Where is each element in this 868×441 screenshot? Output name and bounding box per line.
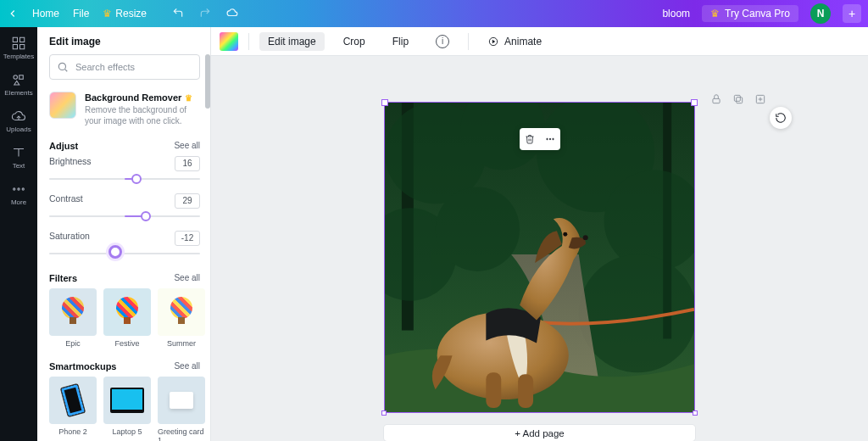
redo-button[interactable] [199, 7, 211, 21]
crown-icon: ♛ [185, 92, 192, 104]
smartmockups-heading: Smartmockups [49, 361, 116, 371]
svg-point-8 [22, 188, 24, 190]
rail-more[interactable]: More [11, 181, 26, 206]
elements-icon [11, 72, 26, 87]
info-button[interactable]: i [427, 31, 458, 52]
duplicate-page-button[interactable] [732, 93, 744, 109]
animate-icon [487, 36, 499, 47]
smartmockups-section: Smartmockups See all Phone 2 Laptop 5 [49, 361, 200, 441]
panel-scrollbar[interactable] [205, 54, 210, 441]
brightness-label: Brightness [49, 156, 92, 171]
crown-icon: ♛ [103, 8, 112, 20]
filters-heading: Filters [49, 273, 77, 283]
adjust-heading: Adjust [49, 141, 78, 151]
mockup-phone[interactable]: Phone 2 [49, 377, 97, 441]
canvas-area[interactable]: + Add page [211, 56, 868, 441]
svg-line-10 [65, 70, 68, 72]
svg-rect-14 [737, 98, 743, 103]
selected-image[interactable] [384, 102, 695, 413]
svg-point-6 [14, 188, 15, 190]
more-icon [11, 181, 26, 197]
saturation-label: Saturation [49, 231, 90, 246]
rail-text[interactable]: Text [11, 145, 26, 170]
panel-title: Edit image [37, 27, 210, 54]
rail-templates[interactable]: Templates [3, 36, 34, 60]
animate-button[interactable]: Animate [479, 32, 550, 51]
saturation-row: Saturation -12 [49, 231, 200, 260]
undo-button[interactable] [172, 7, 184, 21]
brightness-value[interactable]: 16 [175, 156, 200, 171]
svg-rect-3 [20, 45, 25, 49]
adjust-section: Adjust See all Brightness 16 [49, 141, 200, 260]
delete-button[interactable] [520, 128, 540, 150]
svg-rect-0 [13, 37, 17, 42]
background-remover-thumb [49, 92, 76, 119]
background-remover-card[interactable]: Background Remover ♛ Remove the backgrou… [49, 92, 200, 127]
file-menu[interactable]: File [73, 8, 89, 20]
smartmockups-see-all[interactable]: See all [174, 361, 200, 371]
edit-image-button[interactable]: Edit image [259, 32, 325, 51]
svg-point-36 [552, 138, 554, 140]
color-picker-button[interactable] [220, 32, 238, 51]
uploads-icon [11, 109, 26, 124]
contrast-value[interactable]: 29 [175, 193, 200, 209]
avatar[interactable]: N [810, 3, 831, 24]
new-design-button[interactable]: + [843, 4, 861, 23]
add-page-quick-button[interactable] [754, 93, 766, 109]
lock-button[interactable] [710, 93, 722, 109]
back-button[interactable] [7, 8, 19, 20]
filters-see-all[interactable]: See all [174, 273, 200, 282]
context-toolbar: Edit image Crop Flip i Animate [211, 27, 868, 56]
svg-point-9 [58, 63, 65, 70]
saturation-value[interactable]: -12 [175, 231, 200, 246]
cloud-save-icon[interactable] [226, 7, 238, 21]
brightness-row: Brightness 16 [49, 156, 200, 185]
svg-rect-31 [518, 374, 533, 408]
search-icon [57, 61, 69, 73]
svg-rect-1 [20, 37, 25, 42]
rail-uploads[interactable]: Uploads [6, 109, 31, 133]
svg-rect-2 [13, 45, 17, 49]
svg-rect-13 [713, 98, 720, 103]
flip-button[interactable]: Flip [384, 32, 417, 51]
contrast-row: Contrast 29 [49, 193, 200, 222]
more-options-button[interactable] [540, 128, 560, 150]
page-action-buttons [710, 93, 766, 109]
filter-summer[interactable]: Summer [158, 288, 205, 348]
search-input[interactable]: Search effects [49, 54, 200, 80]
svg-point-7 [18, 188, 19, 190]
add-page-button[interactable]: + Add page [384, 425, 695, 441]
contrast-slider[interactable] [49, 210, 200, 222]
text-icon [11, 145, 26, 160]
templates-icon [11, 36, 26, 51]
brightness-slider[interactable] [49, 173, 200, 185]
filter-epic[interactable]: Epic [49, 288, 97, 348]
adjust-see-all[interactable]: See all [174, 141, 200, 150]
filter-festive[interactable]: Festive [103, 288, 151, 348]
svg-point-4 [14, 75, 18, 80]
crop-button[interactable]: Crop [335, 32, 374, 51]
home-link[interactable]: Home [32, 8, 59, 20]
svg-rect-5 [19, 75, 24, 80]
svg-point-33 [563, 232, 567, 237]
mockup-greeting-card[interactable]: Greeting card 1 [158, 377, 205, 441]
filters-section: Filters See all Epic Festive [49, 273, 200, 348]
contrast-label: Contrast [49, 193, 83, 209]
svg-rect-30 [486, 372, 501, 408]
svg-point-27 [436, 187, 520, 271]
resize-button[interactable]: ♛ Resize [103, 8, 147, 20]
rail-elements[interactable]: Elements [4, 72, 32, 97]
project-name[interactable]: bloom [662, 8, 690, 20]
canvas-column: Edit image Crop Flip i Animate [211, 27, 868, 441]
reset-transform-button[interactable] [770, 107, 792, 129]
svg-rect-15 [734, 95, 740, 101]
edit-image-panel: Edit image Search effects Background Rem… [37, 27, 211, 441]
mockup-laptop[interactable]: Laptop 5 [103, 377, 151, 441]
svg-point-35 [549, 138, 551, 140]
svg-marker-12 [492, 39, 496, 43]
try-pro-button[interactable]: ♛ Try Canva Pro [702, 5, 798, 22]
tool-rail: Templates Elements Uploads Text More [0, 27, 37, 441]
saturation-slider[interactable] [49, 248, 200, 260]
crown-icon: ♛ [710, 8, 720, 20]
floating-element-toolbar [520, 128, 560, 150]
